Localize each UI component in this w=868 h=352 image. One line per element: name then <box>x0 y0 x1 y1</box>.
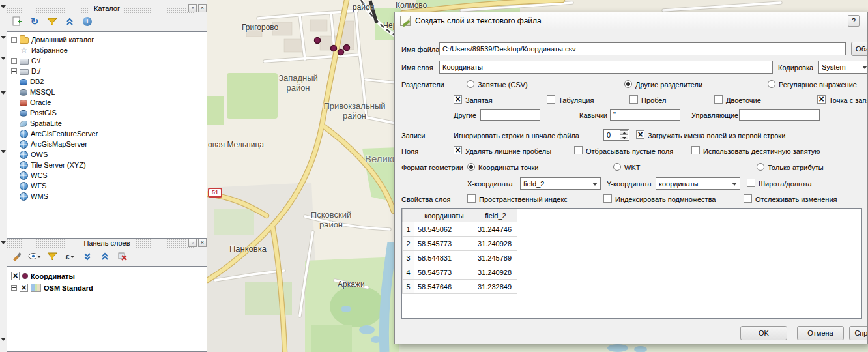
tab-checkbox[interactable] <box>547 95 555 104</box>
expand-icon[interactable] <box>11 37 17 43</box>
encoding-label: Кодировка <box>778 64 813 72</box>
tree-item-ows[interactable]: OWS <box>9 149 205 160</box>
layers-list[interactable]: Координаты OSM Standard <box>7 266 207 352</box>
column-header[interactable]: field_2 <box>474 209 517 222</box>
toolbar-overflow-arrow-icon[interactable] <box>1 150 6 153</box>
dropdown-arrow-icon <box>732 183 737 188</box>
watch-file-checkbox[interactable] <box>744 194 752 203</box>
map-label: Псковский район <box>305 210 357 229</box>
layer-styling-icon[interactable] <box>10 250 23 263</box>
panel-float-button[interactable]: ▫ <box>188 239 197 247</box>
refresh-icon[interactable]: ↻ <box>28 15 41 28</box>
expand-icon[interactable] <box>11 58 17 64</box>
expand-icon[interactable] <box>11 285 17 291</box>
collapse-all-icon[interactable] <box>98 250 111 263</box>
map-label: овая Мельница <box>208 140 264 149</box>
point-coordinates-radio[interactable] <box>467 163 475 171</box>
tree-item-wms[interactable]: WMS <box>9 191 205 201</box>
panel-close-button[interactable]: × <box>198 239 207 247</box>
expand-icon[interactable] <box>11 68 17 74</box>
toolbar-overflow-arrow-icon[interactable] <box>1 91 6 95</box>
toolbar-overflow-arrow-icon[interactable] <box>1 5 6 8</box>
tree-item-wcs[interactable]: WCS <box>9 170 205 181</box>
help-button[interactable]: Справка <box>849 326 868 340</box>
layer-item-koordinaty[interactable]: Координаты <box>9 271 205 282</box>
layer-item-osm-standard[interactable]: OSM Standard <box>9 282 205 293</box>
properties-icon[interactable]: i <box>81 15 94 28</box>
tree-item-postgis[interactable]: PostGIS <box>9 108 205 118</box>
csv-radio[interactable] <box>467 80 474 88</box>
file-name-input[interactable]: C:/Users/89539/Desktop/Координаты.csv <box>439 42 846 55</box>
tree-item-mssql[interactable]: MSSQL <box>9 87 205 97</box>
wkt-radio[interactable] <box>613 163 621 171</box>
tree-item-favorites[interactable]: ☆ Избранное <box>9 45 205 55</box>
quote-input[interactable]: " <box>610 109 680 121</box>
tree-item-spatialite[interactable]: SpatiaLite <box>9 118 205 128</box>
discard-empty-checkbox[interactable] <box>574 146 583 154</box>
layer-visibility-checkbox[interactable] <box>11 272 20 280</box>
subset-index-checkbox[interactable] <box>603 194 612 203</box>
toolbar-overflow-arrow-icon[interactable] <box>1 36 6 39</box>
toolbar-overflow-arrow-icon[interactable] <box>1 338 6 341</box>
space-checkbox[interactable] <box>629 95 638 104</box>
browser-panel-titlebar[interactable]: Каталог ▫ × <box>7 4 207 13</box>
map-label: Аркажи <box>338 280 365 289</box>
comma-checkbox[interactable] <box>454 95 462 104</box>
skip-lines-spinner[interactable]: 0 <box>603 129 629 141</box>
escape-input[interactable] <box>739 109 820 121</box>
tree-item-d-drive[interactable]: D:/ <box>9 66 205 76</box>
map-label: Западный район <box>270 73 326 93</box>
layer-visibility-checkbox[interactable] <box>20 284 28 292</box>
tree-item-oracle[interactable]: Oracle <box>9 97 205 108</box>
spin-up-icon[interactable] <box>620 130 628 135</box>
browse-button[interactable]: Обзор <box>851 42 868 56</box>
other-delimiter-input[interactable] <box>480 109 540 121</box>
layers-panel-titlebar[interactable]: Панель слоёв ▫ × <box>7 239 207 248</box>
spatialite-icon <box>20 121 27 127</box>
tree-item-wfs[interactable]: WFS <box>9 181 205 191</box>
dms-checkbox[interactable] <box>747 179 755 187</box>
custom-delimiters-radio[interactable] <box>624 80 632 88</box>
tree-item-db2[interactable]: DB2 <box>9 76 205 87</box>
attributes-only-radio[interactable] <box>757 163 764 171</box>
layer-name-input[interactable]: Координаты <box>439 61 773 74</box>
tree-item-arcgisfeatureserver[interactable]: ArcGisFeatureServer <box>9 128 205 139</box>
semicolon-checkbox[interactable] <box>817 95 826 104</box>
colon-checkbox[interactable] <box>714 95 723 104</box>
sample-data-table[interactable]: координаты field_2 1 58.545062 31.244746… <box>401 208 862 319</box>
panel-float-button[interactable]: ▫ <box>188 4 197 12</box>
db2-icon <box>20 79 27 85</box>
filter-legend-icon[interactable] <box>46 250 59 263</box>
collapse-all-icon[interactable] <box>63 15 76 28</box>
spatial-index-checkbox[interactable] <box>467 194 476 203</box>
tree-item-tile-server[interactable]: Tile Server (XYZ) <box>9 160 205 170</box>
filter-browser-icon[interactable] <box>46 15 59 28</box>
regexp-radio[interactable] <box>768 80 775 88</box>
ok-button[interactable]: OK <box>740 326 787 340</box>
encoding-select[interactable]: System <box>818 61 868 74</box>
first-row-headers-checkbox[interactable] <box>636 130 644 139</box>
add-layer-definition-icon[interactable] <box>10 15 23 28</box>
toolbar-overflow-arrow-icon[interactable] <box>1 57 6 60</box>
favorites-star-icon: ☆ <box>20 46 29 55</box>
panel-close-button[interactable]: × <box>198 4 207 12</box>
column-header[interactable]: координаты <box>414 209 474 222</box>
tree-item-home[interactable]: Домашний каталог <box>9 35 205 45</box>
tree-item-arcgismapserver[interactable]: ArcGisMapServer <box>9 139 205 149</box>
expand-all-icon[interactable] <box>81 250 94 263</box>
dialog-titlebar[interactable]: Создать слой из текстового файла <box>395 12 867 29</box>
cancel-button[interactable]: Отмена <box>797 326 844 340</box>
remove-layer-icon[interactable] <box>116 250 129 263</box>
dialog-help-button[interactable]: ? <box>848 15 860 27</box>
tree-item-c-drive[interactable]: C:/ <box>9 55 205 66</box>
browser-tree[interactable]: Домашний каталог ☆ Избранное C:/ D:/ DB2… <box>7 31 207 239</box>
map-label: Григорово <box>242 23 278 32</box>
decimal-comma-checkbox[interactable] <box>691 146 700 154</box>
x-field-select[interactable]: field_2 <box>520 177 601 190</box>
toolbar-overflow-arrow-icon[interactable] <box>1 241 6 244</box>
trim-fields-checkbox[interactable] <box>454 146 462 154</box>
y-field-select[interactable]: координаты <box>656 177 740 190</box>
map-themes-icon[interactable] <box>28 250 41 263</box>
spin-down-icon[interactable] <box>620 136 628 140</box>
expression-filter-icon[interactable]: ε <box>63 250 76 263</box>
